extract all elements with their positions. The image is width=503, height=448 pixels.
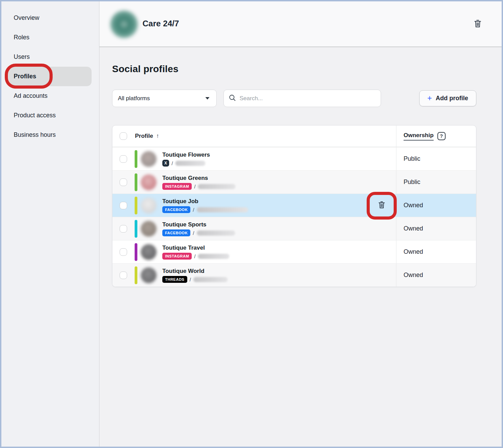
main-panel: Care 24/7 Social profiles All platforms: [99, 1, 502, 447]
add-profile-label: Add profile: [436, 95, 468, 102]
profile-avatar: [141, 244, 157, 260]
redacted-handle: [197, 230, 235, 236]
platform-badge: INSTAGRAM: [162, 183, 192, 190]
sidebar-item-label: Users: [14, 53, 30, 61]
row-checkbox[interactable]: [120, 179, 127, 186]
sidebar-item-label: Ad accounts: [14, 92, 47, 100]
table-row[interactable]: Toutique Flowers X / Public: [112, 147, 476, 170]
sidebar-item-label: Business hours: [14, 131, 56, 139]
profile-avatar: [141, 221, 157, 237]
search-box: [223, 90, 381, 107]
sidebar-item-product-access[interactable]: Product access: [1, 106, 99, 125]
sidebar-item-users[interactable]: Users: [1, 47, 99, 67]
table-row[interactable]: Toutique Sports FACEBOOK / Owned: [112, 217, 476, 240]
ownership-column-label: Ownership: [404, 132, 434, 141]
profile-color-bar: [135, 173, 137, 191]
ownership-value: Owned: [404, 225, 423, 232]
profile-avatar: [141, 267, 157, 283]
redacted-handle: [198, 254, 229, 259]
handle-slash: /: [194, 184, 195, 189]
select-all-checkbox[interactable]: [120, 132, 127, 140]
platform-badge: THREADS: [162, 276, 187, 283]
help-icon[interactable]: ?: [437, 132, 446, 140]
org-name: Care 24/7: [142, 19, 179, 28]
profile-info: Toutique Greens INSTAGRAM /: [162, 174, 235, 190]
search-input[interactable]: [240, 95, 376, 102]
settings-sidebar: Overview Roles Users Profiles Ad account…: [1, 1, 99, 447]
redacted-handle: [175, 161, 205, 166]
profile-info: Toutique Travel INSTAGRAM /: [162, 244, 229, 260]
org-avatar: [110, 11, 138, 38]
profile-info: Toutique World THREADS /: [162, 267, 228, 283]
profile-name: Toutique Sports: [162, 221, 235, 228]
trash-icon: [378, 200, 386, 210]
profile-meta: INSTAGRAM /: [162, 253, 229, 260]
profile-meta: FACEBOOK /: [162, 206, 248, 213]
org-header: Care 24/7: [99, 1, 502, 47]
profile-info: Toutique Job FACEBOOK /: [162, 198, 248, 213]
table-row[interactable]: Toutique World THREADS / Owned: [112, 263, 476, 287]
trash-icon: [473, 19, 482, 29]
ownership-value: Owned: [404, 202, 423, 209]
ownership-column-header: Ownership ?: [396, 126, 477, 147]
ownership-cell: Public: [396, 171, 477, 194]
sidebar-item-roles[interactable]: Roles: [1, 28, 99, 47]
sidebar-item-business-hours[interactable]: Business hours: [1, 125, 99, 145]
platform-badge: FACEBOOK: [162, 229, 190, 236]
profiles-content: Social profiles All platforms + Add prof…: [99, 47, 502, 287]
ownership-cell: Owned: [396, 194, 477, 217]
ownership-cell: Owned: [396, 264, 477, 287]
table-row[interactable]: Toutique Greens INSTAGRAM / Public: [112, 170, 476, 194]
table-header-row: Profile ↑ Ownership ?: [112, 126, 476, 147]
handle-slash: /: [194, 253, 195, 259]
ownership-value: Public: [404, 155, 420, 162]
handle-slash: /: [172, 160, 173, 166]
profile-meta: X /: [162, 160, 210, 167]
chevron-down-icon: [205, 97, 209, 100]
profile-color-bar: [135, 220, 137, 238]
platform-filter-value: All platforms: [118, 95, 150, 102]
sort-ascending-icon: ↑: [156, 133, 159, 140]
add-profile-button[interactable]: + Add profile: [419, 90, 476, 106]
profile-color-bar: [135, 197, 137, 214]
row-checkbox[interactable]: [120, 202, 127, 209]
redacted-handle: [197, 207, 248, 212]
sidebar-item-overview[interactable]: Overview: [1, 8, 99, 28]
profile-meta: INSTAGRAM /: [162, 183, 235, 190]
ownership-cell: Owned: [396, 217, 477, 240]
row-checkbox[interactable]: [120, 225, 127, 233]
delete-profile-button[interactable]: [376, 199, 388, 212]
handle-slash: /: [193, 230, 194, 236]
handle-slash: /: [190, 277, 191, 282]
platform-badge: FACEBOOK: [162, 206, 190, 213]
search-icon: [229, 94, 236, 103]
row-checkbox[interactable]: [120, 272, 127, 279]
profile-color-bar: [135, 266, 137, 284]
table-row[interactable]: Toutique Job FACEBOOK /: [112, 194, 476, 217]
ownership-cell: Owned: [396, 240, 477, 263]
ownership-cell: Public: [396, 147, 477, 170]
profile-info: Toutique Sports FACEBOOK /: [162, 221, 235, 236]
table-row[interactable]: Toutique Travel INSTAGRAM / Owned: [112, 240, 476, 263]
profile-color-bar: [135, 243, 137, 261]
row-checkbox[interactable]: [120, 155, 127, 163]
redacted-handle: [193, 277, 228, 282]
profile-name: Toutique World: [162, 267, 228, 275]
profile-column-header[interactable]: Profile ↑: [135, 133, 159, 140]
filters-row: All platforms + Add profile: [112, 90, 476, 107]
row-checkbox[interactable]: [120, 248, 127, 256]
profile-name: Toutique Job: [162, 198, 248, 205]
page-title: Social profiles: [112, 64, 502, 75]
platform-badge: INSTAGRAM: [162, 253, 192, 260]
platform-filter-dropdown[interactable]: All platforms: [112, 90, 217, 107]
profile-name: Toutique Greens: [162, 174, 235, 182]
profile-name: Toutique Flowers: [162, 151, 210, 158]
profile-avatar: [141, 174, 157, 190]
handle-slash: /: [193, 207, 194, 213]
profiles-table: Profile ↑ Ownership ? Toutique Flowers X: [112, 125, 476, 287]
redacted-handle: [198, 184, 235, 189]
profile-column-label: Profile: [135, 133, 153, 140]
sidebar-item-profiles[interactable]: Profiles: [6, 67, 92, 86]
delete-org-button[interactable]: [470, 16, 485, 31]
sidebar-item-ad-accounts[interactable]: Ad accounts: [1, 86, 99, 106]
